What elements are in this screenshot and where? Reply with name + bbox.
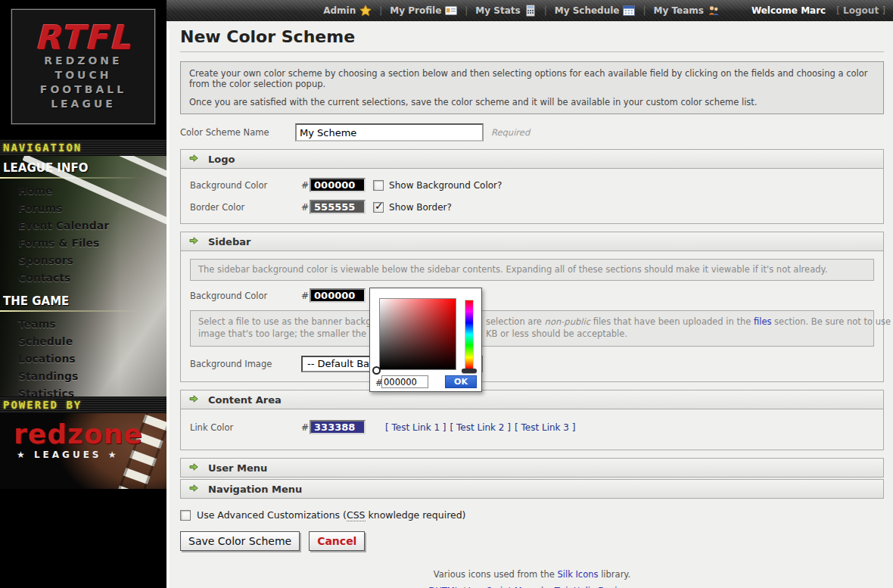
save-color-scheme-button[interactable]: Save Color Scheme	[180, 531, 300, 551]
test-links: [ Test Link 1 ] [ Test Link 2 ] [ Test L…	[385, 422, 575, 433]
note-fragment-italic: non-public	[545, 316, 590, 327]
color-selection-cursor[interactable]	[372, 366, 381, 375]
league-logo-line: TOUCH	[55, 68, 112, 82]
advanced-customizations-row: Use Advanced Customizations (CSS knowled…	[180, 509, 884, 521]
sidebar-item-teams[interactable]: Teams	[0, 317, 166, 331]
color-picker-popup: # OK	[369, 288, 482, 392]
sidebar-item-statistics[interactable]: Statistics	[0, 387, 166, 397]
cancel-button[interactable]: Cancel	[309, 531, 365, 551]
show-border-label: Show Border?	[389, 202, 452, 213]
sidebar-item-contacts[interactable]: Contacts	[0, 271, 166, 285]
banner-note-text: selection are non-public files that have…	[486, 316, 893, 328]
sidebar-item-schedule[interactable]: Schedule	[0, 334, 166, 348]
sidebar-item-forms-files[interactable]: Forms & Files	[0, 236, 166, 250]
note-fragment: files that have been uploaded in the	[590, 316, 754, 327]
hash-prefix: #	[301, 291, 309, 301]
logout-button[interactable]: [ Logout ]	[836, 5, 885, 16]
section-header-user-menu[interactable]: User Menu	[180, 458, 884, 478]
hue-slider[interactable]	[465, 300, 474, 369]
league-logo-line: FOOTBALL	[40, 82, 126, 97]
use-advanced-customizations-checkbox[interactable]	[180, 510, 191, 521]
green-arrow-icon	[188, 153, 199, 166]
section-header-navigation-menu[interactable]: Navigation Menu	[180, 479, 884, 499]
section-header-content-area[interactable]: Content Area	[180, 390, 884, 409]
banner-note-text: KB or less should be acceptable.	[486, 328, 627, 340]
logo-border-color-row: Border Color # 555555 Show Border?	[190, 200, 874, 214]
link-color-label: Link Color	[190, 422, 301, 433]
color-scheme-name-row: Color Scheme Name Required	[180, 123, 884, 142]
topbar-item-admin[interactable]: Admin	[320, 5, 375, 17]
test-link-3[interactable]: [ Test Link 3 ]	[515, 422, 575, 433]
banner-note-text: image that's too large; the smaller the …	[198, 328, 396, 339]
topbar-item-label: My Schedule	[555, 5, 620, 16]
topbar: Admin | My Profile | My Stats | My Sched…	[166, 0, 893, 21]
redzone-leagues-logo[interactable]: redzone ★ LEAGUES ★	[0, 413, 166, 489]
logo-background-color-row: Background Color # 000000 Show Backgroun…	[190, 178, 874, 192]
section-title: User Menu	[208, 462, 267, 474]
silk-icons-link[interactable]: Silk Icons	[557, 569, 598, 580]
section-header-sidebar[interactable]: Sidebar	[180, 232, 884, 251]
files-link[interactable]: files	[754, 316, 772, 327]
topbar-item-label: My Profile	[390, 5, 441, 16]
main-content: New Color Scheme Create your own color s…	[166, 29, 893, 588]
page-title: New Color Scheme	[180, 29, 884, 52]
logo-border-color-swatch[interactable]: 555555	[310, 200, 366, 214]
sidebar-item-event-calendar[interactable]: Event Calendar	[0, 219, 166, 232]
credit-text: library.	[599, 569, 631, 580]
footer-credits: Various icons used from the Silk Icons l…	[180, 569, 884, 588]
topbar-item-my-stats[interactable]: My Stats	[472, 5, 539, 17]
color-scheme-name-label: Color Scheme Name	[180, 127, 295, 138]
test-link-2[interactable]: [ Test Link 2 ]	[450, 422, 511, 433]
topbar-separator: |	[460, 5, 472, 16]
link-color-row: Link Color # 333388 [ Test Link 1 ] [ Te…	[190, 420, 874, 434]
topbar-separator: |	[540, 5, 552, 16]
test-link-1[interactable]: [ Test Link 1 ]	[385, 422, 446, 433]
show-background-color-checkbox[interactable]	[373, 180, 384, 191]
advanced-label-post: knowledge required)	[366, 509, 466, 521]
redzone-logo-subtitle: ★ LEAGUES ★	[0, 448, 166, 460]
ok-button[interactable]: OK	[445, 375, 477, 388]
hash-prefix: #	[301, 422, 309, 433]
hue-slider-handle[interactable]	[462, 369, 477, 373]
topbar-item-my-profile[interactable]: My Profile	[387, 5, 460, 17]
form-actions: Save Color Scheme Cancel	[180, 531, 884, 551]
required-note: Required	[491, 127, 530, 138]
hash-prefix: #	[301, 202, 309, 213]
section-body-logo: Background Color # 000000 Show Backgroun…	[180, 169, 884, 224]
section-header-logo[interactable]: Logo	[180, 149, 884, 169]
intro-box: Create your own color scheme by choosing…	[180, 61, 884, 114]
green-arrow-icon	[188, 483, 199, 496]
intro-paragraph-1: Create your own color scheme by choosing…	[189, 68, 875, 89]
section-title: Navigation Menu	[208, 484, 302, 495]
logo-background-color-swatch[interactable]: 000000	[310, 178, 366, 192]
saturation-value-square[interactable]	[379, 298, 456, 370]
star-icon	[359, 5, 372, 17]
border-color-label: Border Color	[190, 202, 301, 213]
credit-text: Various icons used from the	[434, 569, 558, 580]
league-logo[interactable]: RTFL REDZONE TOUCH FOOTBALL LEAGUE	[11, 9, 155, 124]
calendar-icon	[623, 5, 635, 17]
advanced-label-pre: Use Advanced Customizations (	[197, 509, 347, 521]
show-border-checkbox[interactable]	[373, 202, 384, 213]
css-abbr: CSS	[347, 509, 366, 521]
redzone-logo-title: redzone	[0, 413, 166, 448]
sidebar-note: The sidebar background color is viewable…	[190, 259, 874, 281]
use-advanced-customizations-label: Use Advanced Customizations (CSS knowled…	[197, 509, 466, 521]
sidebar-item-sponsors[interactable]: Sponsors	[0, 254, 166, 267]
note-fragment: section. Be sure not to use an	[771, 316, 893, 327]
background-color-label: Background Color	[190, 180, 301, 191]
color-scheme-name-input[interactable]	[295, 123, 484, 142]
show-background-color-label: Show Background Color?	[389, 180, 502, 191]
topbar-item-label: My Stats	[475, 5, 520, 16]
league-info-nav: Home Forums Event Calendar Forms & Files…	[0, 184, 166, 285]
sidebar-background-color-swatch[interactable]: 000000	[310, 288, 366, 303]
sidebar-item-standings[interactable]: Standings	[0, 369, 166, 383]
green-arrow-icon	[188, 235, 199, 248]
sidebar-item-locations[interactable]: Locations	[0, 352, 166, 366]
hex-color-input[interactable]	[381, 375, 428, 388]
sidebar: RTFL REDZONE TOUCH FOOTBALL LEAGUE NAVIG…	[0, 0, 166, 588]
section-body-content-area: Link Color # 333388 [ Test Link 1 ] [ Te…	[180, 409, 884, 450]
topbar-item-my-schedule[interactable]: My Schedule	[552, 5, 639, 17]
topbar-item-my-teams[interactable]: My Teams	[651, 5, 723, 17]
link-color-swatch[interactable]: 333388	[310, 420, 366, 434]
